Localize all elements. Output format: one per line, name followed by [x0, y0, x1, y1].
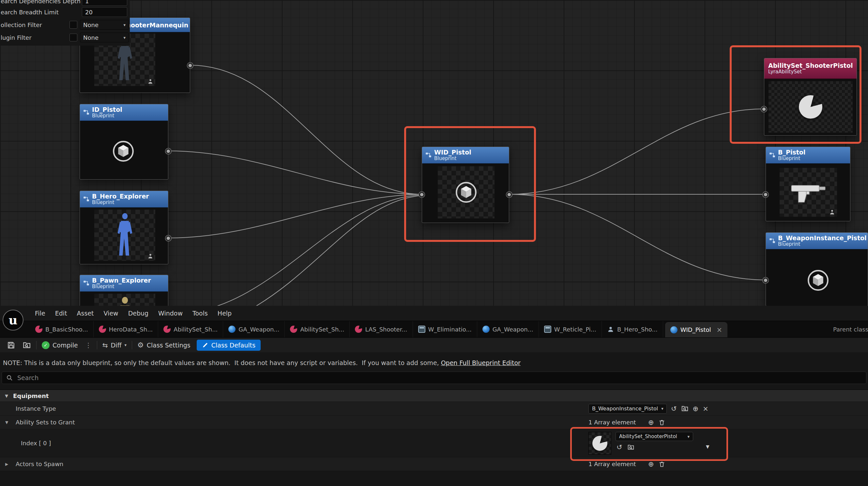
search-input[interactable]: [17, 374, 862, 382]
new-asset-icon[interactable]: ⊕: [693, 405, 699, 413]
menu-file[interactable]: File: [30, 310, 50, 317]
tab-label: B_BasicShoo...: [45, 326, 88, 333]
class-defaults-button[interactable]: Class Defaults: [197, 339, 260, 351]
tab-w-eliminatio[interactable]: W_Eliminatio...: [413, 321, 477, 337]
menu-window[interactable]: Window: [153, 310, 188, 317]
tab-las-shooter[interactable]: LAS_Shooter...: [350, 321, 413, 337]
graph-options-panel: earch Dependencies Depth earch Breadth L…: [0, 0, 130, 45]
menu-help[interactable]: Help: [213, 310, 237, 317]
orb-asset-icon: [228, 326, 236, 333]
blueprint-icon: [83, 280, 90, 287]
node-input-pin[interactable]: [763, 192, 769, 197]
plugin-filter-checkbox[interactable]: [69, 34, 77, 41]
pawn-thumbnail-figure: [114, 295, 136, 306]
blueprint-editor: u File Edit Asset View Debug Window Tool…: [0, 306, 868, 486]
trash-icon[interactable]: [658, 419, 665, 426]
tab-b-basicshoo[interactable]: B_BasicShoo...: [30, 321, 94, 337]
compile-options-button[interactable]: ⋮: [82, 338, 95, 352]
expand-arrow-icon[interactable]: ▼: [5, 393, 8, 398]
tab-herodata-sh[interactable]: HeroData_Sh...: [94, 321, 158, 337]
collection-filter-checkbox[interactable]: [69, 21, 77, 29]
browse-icon: [23, 341, 31, 349]
node-output-pin[interactable]: [165, 235, 171, 241]
node-input-pin[interactable]: [763, 278, 769, 283]
tab-label: WID_Pistol: [680, 326, 711, 333]
search-depth-input[interactable]: [82, 0, 127, 6]
tab-w-reticle-pi[interactable]: W_Reticle_Pi...: [539, 321, 602, 337]
widget-asset-icon: [418, 326, 425, 333]
tab-wid-pistol[interactable]: WID_Pistol ×: [665, 322, 728, 337]
tab-abilityset-sh-2[interactable]: AbilitySet_Sh...: [285, 321, 350, 337]
plugin-filter-label: lugin Filter: [1, 34, 32, 41]
diff-button[interactable]: ⇆ Diff ▾: [99, 338, 130, 352]
blueprint-icon: [83, 109, 90, 116]
search-breadth-row: earch Breadth Limit: [0, 6, 130, 18]
category-equipment[interactable]: ▼ Equipment: [0, 390, 868, 402]
tab-b-hero-sho[interactable]: B_Hero_Sho...: [602, 321, 663, 337]
highlight-box-wid-pistol: [404, 126, 536, 242]
browse-to-asset-icon[interactable]: [681, 405, 689, 412]
graph-node-b-pawn-explorer[interactable]: B_Pawn_Explorer Blueprint: [80, 275, 168, 306]
add-element-icon[interactable]: ⊕: [648, 419, 654, 426]
reference-wire: [509, 109, 764, 194]
tab-ga-weapon-2[interactable]: GA_Weapon...: [477, 321, 539, 337]
save-button[interactable]: [3, 338, 19, 352]
add-element-icon[interactable]: ⊕: [648, 460, 654, 468]
graph-node-b-pistol[interactable]: B_Pistol Blueprint: [766, 147, 850, 221]
node-subtitle: Blueprint: [92, 284, 151, 289]
trash-icon[interactable]: [658, 461, 665, 468]
asset-tab-bar: B_BasicShoo... HeroData_Sh... AbilitySet…: [0, 321, 868, 337]
plugin-filter-dropdown[interactable]: None ▾: [80, 33, 129, 42]
use-selected-icon[interactable]: ↺: [671, 405, 677, 413]
graph-node-b-weaponinstance-pistol[interactable]: B_WeaponInstance_Pistol Blueprint: [766, 232, 868, 306]
find-in-content-browser-button[interactable]: [19, 338, 35, 352]
collapse-arrow-icon[interactable]: ▶: [5, 462, 8, 466]
node-title: B_Pistol: [778, 149, 805, 156]
node-title: ID_Pistol: [92, 106, 122, 113]
tab-label: GA_Weapon...: [239, 326, 279, 333]
class-settings-label: Class Settings: [147, 342, 190, 349]
blueprint-icon: [769, 152, 776, 159]
menu-tools[interactable]: Tools: [188, 310, 213, 317]
tab-ga-weapon-1[interactable]: GA_Weapon...: [223, 321, 285, 337]
graph-node-id-pistol[interactable]: ID_Pistol Blueprint: [80, 104, 168, 180]
menu-asset[interactable]: Asset: [72, 310, 99, 317]
unreal-logo[interactable]: u: [3, 310, 24, 330]
instance-type-dropdown[interactable]: B_WeaponInstance_Pistol ▾: [588, 404, 667, 414]
search-depth-row: earch Dependencies Depth: [0, 0, 130, 6]
pie-asset-icon: [35, 326, 42, 333]
compile-status-icon: ✓: [42, 341, 50, 349]
tab-label: LAS_Shooter...: [365, 326, 407, 333]
person-asset-icon: [607, 326, 614, 333]
node-title: B_Pawn_Explorer: [92, 277, 151, 284]
highlight-box-abilityset-property: [570, 427, 728, 461]
reference-viewer-graph[interactable]: B_Hero_ShooterMannequin ID_Pistol Bluepr…: [0, 0, 868, 306]
close-tab-icon[interactable]: ×: [714, 326, 722, 334]
blueprint-toolbar: ✓ Compile ⋮ ⇆ Diff ▾ ⚙ Class Settings Cl…: [0, 337, 868, 352]
widget-asset-icon: [544, 326, 551, 333]
clear-icon[interactable]: ×: [703, 405, 709, 413]
pie-asset-icon: [99, 326, 106, 333]
search-depth-label: earch Dependencies Depth: [1, 0, 81, 5]
details-search-box[interactable]: [2, 371, 866, 384]
open-full-blueprint-editor-link[interactable]: Open Full Blueprint Editor: [441, 359, 521, 366]
node-output-pin[interactable]: [165, 148, 171, 154]
node-subtitle: Blueprint: [778, 156, 805, 161]
tab-abilityset-sh-1[interactable]: AbilitySet_Sh...: [158, 321, 223, 337]
cube-thumbnail-icon: [112, 140, 135, 163]
collection-filter-dropdown[interactable]: None ▾: [80, 20, 129, 30]
person-badge-icon: [147, 253, 154, 259]
menu-debug[interactable]: Debug: [123, 310, 153, 317]
reference-wire: [168, 195, 422, 306]
compile-button[interactable]: ✓ Compile: [38, 338, 82, 352]
search-breadth-input[interactable]: [82, 7, 127, 17]
graph-node-b-hero-explorer[interactable]: B_Hero_Explorer Blueprint: [80, 191, 168, 264]
menu-view[interactable]: View: [99, 310, 123, 317]
node-output-pin[interactable]: [187, 63, 193, 68]
menu-edit[interactable]: Edit: [50, 310, 72, 317]
expand-arrow-icon[interactable]: ▼: [5, 420, 8, 425]
chevron-down-icon: ▾: [123, 23, 126, 27]
class-settings-button[interactable]: ⚙ Class Settings: [134, 338, 194, 352]
instance-type-value: B_WeaponInstance_Pistol: [592, 406, 658, 412]
reference-wire: [168, 194, 422, 238]
